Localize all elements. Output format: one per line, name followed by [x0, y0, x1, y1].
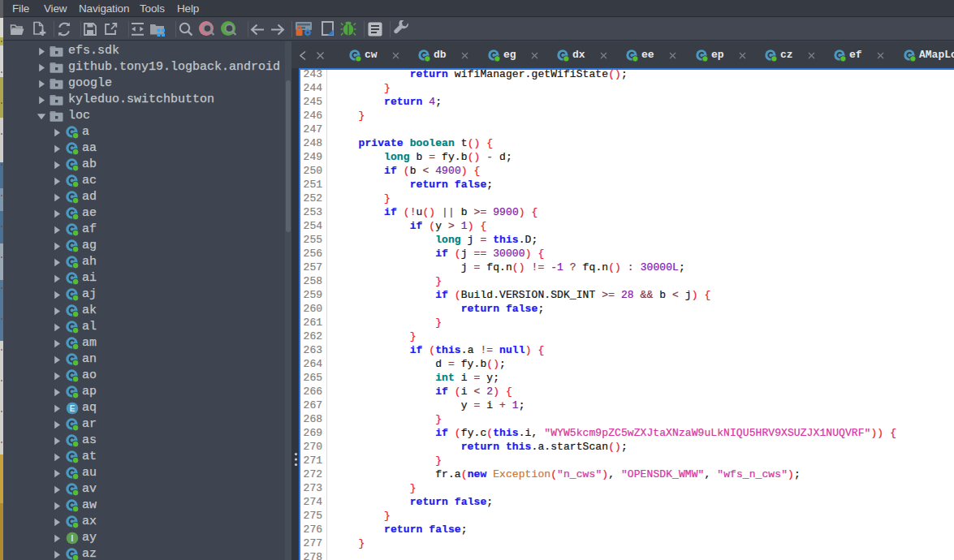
svg-text:I: I [71, 534, 74, 543]
svg-text:E: E [70, 404, 76, 413]
